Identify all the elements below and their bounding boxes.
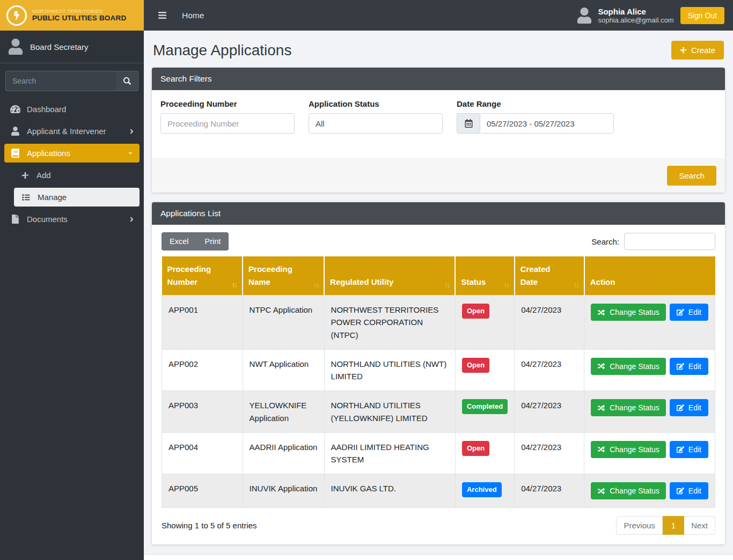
cell-regulated-utility: NORTHWEST TERRITORIES POWER CORPORATION …	[324, 296, 455, 350]
edit-button[interactable]: Edit	[670, 441, 708, 458]
application-status-select[interactable]: All	[309, 113, 443, 134]
dashboard-icon	[10, 105, 21, 114]
filters-search-button[interactable]: Search	[667, 166, 716, 186]
edit-button[interactable]: Edit	[670, 358, 708, 375]
change-status-label: Change Status	[610, 487, 659, 495]
create-button[interactable]: Create	[671, 41, 724, 60]
applications-table-body: APP001 NTPC Application NORTHWEST TERRIT…	[162, 296, 715, 508]
hamburger-menu-icon[interactable]	[158, 11, 167, 20]
change-status-label: Change Status	[610, 308, 659, 316]
create-button-label: Create	[691, 46, 715, 55]
print-button[interactable]: Print	[196, 232, 229, 250]
edit-label: Edit	[688, 445, 701, 454]
column-header-action: Action	[584, 256, 715, 296]
search-icon	[123, 77, 131, 85]
applications-table: Proceeding Number↑↓ Proceeding Name↑↓ Re…	[162, 256, 715, 508]
change-status-button[interactable]: Change Status	[591, 304, 666, 321]
table-search-input[interactable]	[624, 233, 715, 250]
edit-button[interactable]: Edit	[670, 399, 708, 416]
shuffle-icon	[597, 363, 605, 370]
cell-status: Open	[455, 432, 514, 474]
sidebar-item-label: Dashboard	[27, 105, 66, 114]
edit-button[interactable]: Edit	[670, 482, 708, 499]
change-status-button[interactable]: Change Status	[591, 482, 666, 499]
sidebar-item-applications[interactable]: Applications	[4, 144, 140, 163]
cell-status: Archived	[455, 474, 514, 508]
cell-proceeding-name: NWT Application	[243, 349, 324, 391]
date-range-input[interactable]	[480, 113, 614, 134]
column-header-proceeding-number[interactable]: Proceeding Number↑↓	[162, 256, 243, 296]
cell-action: Change Status Edit	[584, 349, 715, 391]
sort-icon: ↑↓	[500, 281, 509, 289]
cell-status: Open	[455, 349, 514, 391]
edit-label: Edit	[688, 487, 701, 495]
column-header-regulated-utility[interactable]: Regulated Utility↑↓	[324, 256, 455, 296]
cell-created-date: 04/27/2023	[515, 296, 584, 350]
column-header-proceeding-name[interactable]: Proceeding Name↑↓	[243, 256, 324, 296]
cell-created-date: 04/27/2023	[515, 432, 584, 474]
edit-icon	[677, 446, 684, 453]
book-icon	[10, 149, 21, 158]
applications-list-card: Applications List Excel Print Search:	[152, 202, 725, 544]
page-title: Manage Applications	[153, 42, 291, 59]
cell-created-date: 04/27/2023	[515, 391, 584, 433]
sidebar-item-manage[interactable]: Manage	[14, 188, 140, 207]
table-row: APP001 NTPC Application NORTHWEST TERRIT…	[162, 296, 715, 350]
sidebar-item-label: Manage	[38, 193, 67, 202]
change-status-button[interactable]: Change Status	[591, 399, 666, 416]
user-email: sophia.alice@gmail.com	[598, 16, 673, 24]
sidebar-search-button[interactable]	[116, 71, 138, 91]
calendar-icon	[457, 113, 480, 134]
change-status-button[interactable]: Change Status	[591, 441, 666, 458]
sidebar-item-documents[interactable]: Documents	[4, 210, 140, 229]
edit-icon	[677, 308, 684, 316]
shuffle-icon	[597, 309, 605, 316]
sidebar-item-label: Applicant & Intervener	[27, 127, 106, 136]
list-icon	[20, 194, 32, 201]
status-badge: Open	[462, 358, 489, 373]
pagination-page-1[interactable]: 1	[663, 516, 684, 535]
sidebar-user-name: Board Secretary	[30, 42, 88, 51]
sort-icon: ↑↓	[228, 281, 237, 289]
sign-out-button[interactable]: Sign Out	[680, 7, 724, 24]
sidebar-item-label: Add	[36, 171, 51, 180]
user-avatar-icon	[8, 39, 24, 55]
sidebar-item-dashboard[interactable]: Dashboard	[4, 100, 140, 119]
edit-label: Edit	[688, 308, 701, 316]
cell-proceeding-number: APP003	[162, 391, 243, 433]
proceeding-number-input[interactable]	[160, 113, 295, 134]
excel-button[interactable]: Excel	[162, 232, 196, 250]
sidebar: NORTHWEST TERRITORIES PUBLIC UTILITIES B…	[0, 0, 144, 560]
chevron-right-icon	[129, 128, 134, 135]
cell-proceeding-name: AADRII Application	[243, 432, 324, 474]
chevron-down-icon	[127, 151, 134, 156]
edit-label: Edit	[688, 362, 701, 371]
table-summary: Showing 1 to 5 of 5 entries	[162, 521, 257, 530]
edit-icon	[677, 363, 684, 370]
brand-logo[interactable]: NORTHWEST TERRITORIES PUBLIC UTILITIES B…	[0, 0, 144, 31]
cell-proceeding-number: APP005	[162, 474, 243, 508]
page-footer: Copyright © 2023 NWT Public Utilities Bo…	[144, 554, 733, 560]
pagination-next[interactable]: Next	[684, 516, 715, 535]
column-header-status[interactable]: Status↑↓	[455, 256, 514, 296]
sidebar-item-add[interactable]: Add	[4, 166, 140, 185]
edit-icon	[677, 404, 684, 411]
pagination: Previous 1 Next	[616, 516, 715, 535]
cell-proceeding-number: APP002	[162, 349, 243, 391]
change-status-label: Change Status	[610, 362, 659, 371]
sidebar-search-input[interactable]	[5, 71, 116, 91]
cell-action: Change Status Edit	[584, 432, 715, 474]
change-status-label: Change Status	[610, 445, 659, 454]
cell-regulated-utility: NORTHLAND UTILITIES (NWT) LIMITED	[324, 349, 455, 391]
pagination-previous[interactable]: Previous	[616, 516, 662, 535]
change-status-button[interactable]: Change Status	[591, 358, 666, 375]
column-header-created-date[interactable]: Created Date↑↓	[515, 256, 584, 296]
search-filters-title: Search Filters	[152, 68, 725, 90]
user-icon	[10, 127, 21, 136]
chevron-right-icon	[129, 216, 134, 223]
sidebar-item-applicant-intervener[interactable]: Applicant & Intervener	[4, 122, 140, 141]
edit-button[interactable]: Edit	[670, 304, 708, 321]
cell-status: Open	[455, 296, 514, 350]
nav-home-link[interactable]: Home	[182, 11, 204, 20]
sidebar-user-panel: Board Secretary	[0, 31, 144, 63]
